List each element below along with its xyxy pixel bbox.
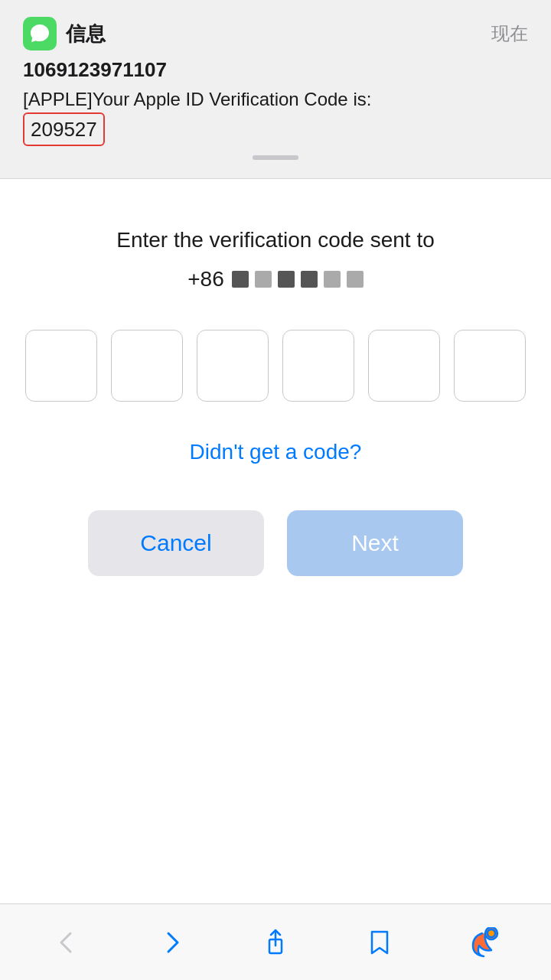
resend-link[interactable]: Didn't get a code? bbox=[190, 440, 362, 464]
dot-5 bbox=[324, 271, 341, 288]
dot-4 bbox=[301, 271, 318, 288]
bookmarks-button[interactable] bbox=[349, 912, 410, 973]
browser-toolbar bbox=[0, 903, 551, 980]
drag-indicator bbox=[253, 155, 298, 160]
messages-app-icon bbox=[23, 17, 57, 50]
code-input-3[interactable] bbox=[197, 330, 269, 402]
notification-body-text: [APPLE]Your Apple ID Verification Code i… bbox=[23, 89, 371, 109]
code-input-4[interactable] bbox=[282, 330, 354, 402]
main-content: Enter the verification code sent to +86 … bbox=[0, 179, 551, 607]
instruction-text: Enter the verification code sent to bbox=[116, 225, 435, 255]
share-button[interactable] bbox=[245, 912, 306, 973]
phone-dots bbox=[232, 271, 364, 288]
phone-prefix: +86 bbox=[187, 267, 224, 291]
code-input-1[interactable] bbox=[25, 330, 97, 402]
notification-app-name: 信息 bbox=[66, 21, 106, 47]
dot-1 bbox=[232, 271, 249, 288]
code-input-2[interactable] bbox=[111, 330, 183, 402]
notification-banner: 信息 现在 1069123971107 [APPLE]Your Apple ID… bbox=[0, 0, 551, 179]
back-button[interactable] bbox=[37, 912, 98, 973]
action-buttons: Cancel Next bbox=[88, 510, 463, 576]
notification-time: 现在 bbox=[491, 21, 528, 46]
forward-button[interactable] bbox=[141, 912, 202, 973]
dot-2 bbox=[255, 271, 272, 288]
notification-sender: 1069123971107 bbox=[23, 58, 528, 82]
dot-3 bbox=[278, 271, 295, 288]
dot-6 bbox=[347, 271, 364, 288]
svg-point-2 bbox=[487, 930, 495, 937]
tabs-button[interactable] bbox=[453, 912, 514, 973]
notification-body: [APPLE]Your Apple ID Verification Code i… bbox=[23, 86, 528, 146]
code-input-6[interactable] bbox=[454, 330, 526, 402]
notification-code: 209527 bbox=[23, 112, 105, 146]
cancel-button[interactable]: Cancel bbox=[88, 510, 264, 576]
phone-number-display: +86 bbox=[187, 267, 364, 291]
code-input-group bbox=[25, 330, 526, 402]
code-input-5[interactable] bbox=[368, 330, 440, 402]
next-button[interactable]: Next bbox=[287, 510, 463, 576]
